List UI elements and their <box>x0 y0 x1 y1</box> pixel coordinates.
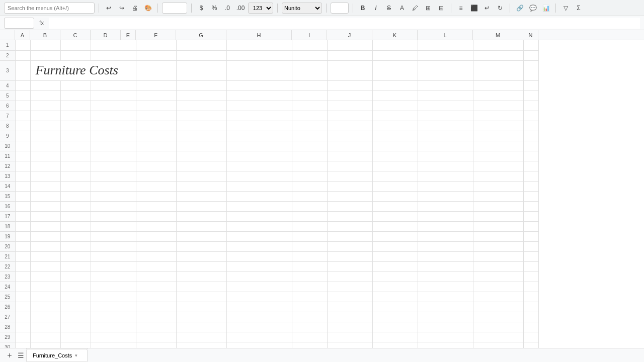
table-row: 30 <box>0 342 538 348</box>
search-input[interactable] <box>4 3 95 14</box>
highlight-button[interactable]: 🖊 <box>410 3 421 14</box>
table-row: 9 <box>0 131 538 141</box>
table-row: 2 <box>0 50 538 60</box>
borders-button[interactable]: ⊞ <box>423 3 434 14</box>
table-row: 1 <box>0 40 538 50</box>
table-row: 25 <box>0 292 538 302</box>
text-color-button[interactable]: A <box>396 3 408 14</box>
col-J[interactable]: J <box>327 30 372 40</box>
col-L[interactable]: L <box>418 30 473 40</box>
formula-input[interactable]: Shelving <box>49 18 640 29</box>
col-G[interactable]: G <box>176 30 226 40</box>
valign-button[interactable]: ⬛ <box>468 3 479 14</box>
col-F[interactable]: F <box>136 30 176 40</box>
col-N[interactable]: N <box>523 30 538 40</box>
table-row: 4 <box>0 80 538 90</box>
currency-button[interactable]: $ <box>196 3 207 14</box>
table-row: 14 <box>0 181 538 191</box>
formula-bar: G20 fx Shelving <box>0 16 644 30</box>
col-D[interactable]: D <box>91 30 121 40</box>
sheet-area: 123Furniture Costs4567891011121314151617… <box>0 40 644 348</box>
table-row: 13 <box>0 171 538 181</box>
table-row: 15 <box>0 191 538 201</box>
table-row: 26 <box>0 302 538 312</box>
table-row: 6 <box>0 101 538 111</box>
paint-format-button[interactable]: 🎨 <box>142 3 153 14</box>
comment-button[interactable]: 💬 <box>527 3 538 14</box>
rotate-button[interactable]: ↻ <box>495 3 506 14</box>
merge-button[interactable]: ⊟ <box>436 3 447 14</box>
bold-button[interactable]: B <box>357 3 368 14</box>
col-H[interactable]: H <box>226 30 292 40</box>
format-select[interactable]: 123 <box>248 3 273 14</box>
col-I[interactable]: I <box>292 30 327 40</box>
tab-dropdown-arrow[interactable]: ▾ <box>75 353 77 358</box>
col-B[interactable]: B <box>30 30 60 40</box>
table-row: 11 <box>0 151 538 161</box>
align-button[interactable]: ≡ <box>455 3 466 14</box>
table-row: 10 <box>0 141 538 151</box>
table-row: 17 <box>0 211 538 221</box>
table-row: 3Furniture Costs <box>0 60 538 80</box>
cell-reference[interactable]: G20 <box>4 18 34 29</box>
col-C[interactable]: C <box>60 30 91 40</box>
tab-label: Furniture_Costs <box>33 352 72 358</box>
font-select[interactable]: Nunito <box>282 3 322 14</box>
table-row: 8 <box>0 121 538 131</box>
chart-button[interactable]: 📊 <box>540 3 551 14</box>
table-row: 7 <box>0 111 538 121</box>
spreadsheet[interactable]: 123Furniture Costs4567891011121314151617… <box>0 40 644 348</box>
percent-button[interactable]: % <box>209 3 220 14</box>
formula-button[interactable]: Σ <box>573 3 584 14</box>
col-M[interactable]: M <box>473 30 523 40</box>
table-row: 23 <box>0 272 538 282</box>
sheet-list-button[interactable]: ☰ <box>15 350 26 361</box>
table-row: 12 <box>0 161 538 171</box>
table-row: 20 <box>0 241 538 251</box>
add-sheet-button[interactable]: + <box>4 350 15 361</box>
column-headers: A B C D E F G H I J K L M N <box>0 30 644 40</box>
table-row: 18 <box>0 221 538 231</box>
table-row: 19 <box>0 231 538 241</box>
sheet-tabs: + ☰ 🔒READ_ME▾Furniture_Costs▾🔒DISCLAIMER… <box>0 348 644 362</box>
col-A[interactable]: A <box>15 30 30 40</box>
table-row: 29 <box>0 332 538 342</box>
table-row: 5 <box>0 90 538 101</box>
table-row: 22 <box>0 261 538 272</box>
sheet-tab-furniture_costs[interactable]: Furniture_Costs▾ <box>26 349 88 362</box>
wrap-button[interactable]: ↵ <box>481 3 493 14</box>
col-E[interactable]: E <box>121 30 136 40</box>
main-grid: 123Furniture Costs4567891011121314151617… <box>0 40 539 348</box>
table-row: 16 <box>0 201 538 211</box>
table-row: 24 <box>0 282 538 292</box>
decimal0-button[interactable]: .0 <box>222 3 233 14</box>
undo-button[interactable]: ↩ <box>103 3 114 14</box>
print-button[interactable]: 🖨 <box>129 3 140 14</box>
fx-label: fx <box>37 20 46 27</box>
table-row: 27 <box>0 312 538 322</box>
toolbar: ↩ ↪ 🖨 🎨 100% $ % .0 .00 123 Nunito 11 B … <box>0 0 644 16</box>
italic-button[interactable]: I <box>370 3 381 14</box>
font-size-input[interactable]: 11 <box>331 3 349 14</box>
decimal00-button[interactable]: .00 <box>235 3 246 14</box>
redo-button[interactable]: ↪ <box>116 3 127 14</box>
link-button[interactable]: 🔗 <box>514 3 525 14</box>
table-row: 21 <box>0 251 538 261</box>
table-row: 28 <box>0 322 538 332</box>
zoom-input[interactable]: 100% <box>162 3 187 14</box>
strikethrough-button[interactable]: S <box>383 3 394 14</box>
col-K[interactable]: K <box>372 30 418 40</box>
filter-button[interactable]: ▽ <box>560 3 571 14</box>
